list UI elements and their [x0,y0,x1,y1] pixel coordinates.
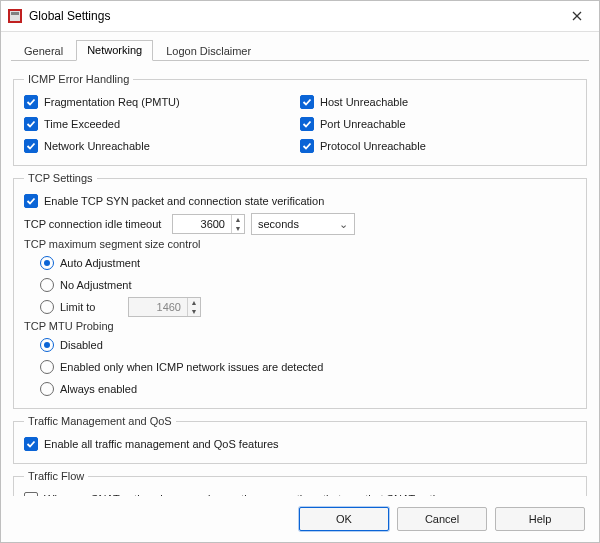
label-port-unreachable: Port Unreachable [320,118,406,130]
group-traffic-flow: Traffic Flow When an SNAT action changes… [13,470,587,496]
radio-mss-limit[interactable] [40,300,54,314]
ok-button[interactable]: OK [299,507,389,531]
group-legend-tcp: TCP Settings [24,172,97,184]
group-legend-qos: Traffic Management and QoS [24,415,176,427]
value-tcp-idle-timeout[interactable]: 3600 [173,215,231,233]
radio-mtu-always[interactable] [40,382,54,396]
close-button[interactable] [563,6,591,26]
checkbox-protocol-unreachable[interactable] [300,139,314,153]
radio-mtu-enabled-icmp[interactable] [40,360,54,374]
checkbox-fragmentation-req[interactable] [24,95,38,109]
spin-down-mss: ▼ [188,307,200,316]
select-idle-unit[interactable]: seconds ⌄ [251,213,355,235]
close-icon [572,11,582,21]
checkbox-host-unreachable[interactable] [300,95,314,109]
radio-mss-none[interactable] [40,278,54,292]
checkbox-enable-qos[interactable] [24,437,38,451]
label-time-exceeded: Time Exceeded [44,118,120,130]
tab-pane-networking: ICMP Error Handling Fragmentation Req (P… [11,61,589,496]
heading-tcp-mss: TCP maximum segment size control [24,236,576,252]
radio-mss-auto[interactable] [40,256,54,270]
label-tcp-idle-timeout: TCP connection idle timeout [24,218,164,230]
group-icmp-error-handling: ICMP Error Handling Fragmentation Req (P… [13,73,587,166]
help-button[interactable]: Help [495,507,585,531]
spin-down-idle[interactable]: ▼ [232,224,244,233]
heading-tcp-mtu: TCP MTU Probing [24,318,576,334]
label-enable-tcp-syn: Enable TCP SYN packet and connection sta… [44,195,324,207]
input-mss-limit: 1460 ▲ ▼ [128,297,201,317]
cancel-button[interactable]: Cancel [397,507,487,531]
group-qos: Traffic Management and QoS Enable all tr… [13,415,587,464]
checkbox-network-unreachable[interactable] [24,139,38,153]
svg-rect-2 [11,12,19,15]
label-protocol-unreachable: Protocol Unreachable [320,140,426,152]
spin-up-idle[interactable]: ▲ [232,215,244,224]
tab-logon-disclaimer[interactable]: Logon Disclaimer [155,41,262,61]
label-mss-limit: Limit to [60,301,120,313]
label-mss-auto: Auto Adjustment [60,257,140,269]
label-host-unreachable: Host Unreachable [320,96,408,108]
label-network-unreachable: Network Unreachable [44,140,150,152]
tab-networking[interactable]: Networking [76,40,153,61]
label-enable-qos: Enable all traffic management and QoS fe… [44,438,279,450]
tab-bar: General Networking Logon Disclaimer [11,38,589,61]
window-title: Global Settings [29,9,563,23]
select-idle-unit-value: seconds [258,218,299,230]
label-fragmentation-req: Fragmentation Req (PMTU) [44,96,180,108]
spin-up-mss: ▲ [188,298,200,307]
label-mtu-enabled-icmp: Enabled only when ICMP network issues ar… [60,361,323,373]
label-mtu-disabled: Disabled [60,339,103,351]
group-legend-icmp: ICMP Error Handling [24,73,133,85]
app-icon [7,8,23,24]
global-settings-dialog: Global Settings General Networking Logon… [0,0,600,543]
label-mtu-always: Always enabled [60,383,137,395]
titlebar: Global Settings [1,1,599,32]
checkbox-enable-tcp-syn[interactable] [24,194,38,208]
tab-general[interactable]: General [13,41,74,61]
input-tcp-idle-timeout[interactable]: 3600 ▲ ▼ [172,214,245,234]
chevron-down-icon: ⌄ [339,218,348,231]
label-mss-none: No Adjustment [60,279,132,291]
dialog-footer: OK Cancel Help [1,496,599,542]
checkbox-time-exceeded[interactable] [24,117,38,131]
radio-mtu-disabled[interactable] [40,338,54,352]
value-mss-limit: 1460 [129,298,187,316]
checkbox-port-unreachable[interactable] [300,117,314,131]
group-tcp-settings: TCP Settings Enable TCP SYN packet and c… [13,172,587,409]
group-legend-flow: Traffic Flow [24,470,88,482]
